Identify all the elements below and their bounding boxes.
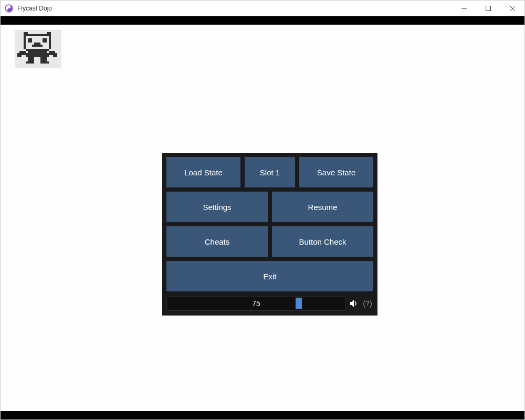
menu-row-cheats-buttoncheck: Cheats Button Check <box>166 226 373 257</box>
exit-button[interactable]: Exit <box>166 261 373 291</box>
maximize-button[interactable] <box>476 1 500 16</box>
window-controls <box>452 1 524 16</box>
svg-rect-22 <box>53 53 57 57</box>
svg-rect-10 <box>49 36 51 49</box>
svg-marker-27 <box>350 300 354 307</box>
svg-rect-16 <box>28 51 47 53</box>
app-window: Flycast Dojo <box>0 0 525 420</box>
save-state-button[interactable]: Save State <box>299 157 373 187</box>
svg-rect-23 <box>28 57 34 61</box>
minimize-button[interactable] <box>452 1 476 16</box>
svg-rect-13 <box>43 38 47 43</box>
content-area: Load State Slot 1 Save State Settings Re… <box>1 16 524 419</box>
menu-row-settings-resume: Settings Resume <box>166 192 373 222</box>
svg-rect-12 <box>28 38 32 43</box>
character-sprite <box>15 30 61 68</box>
game-viewport: Load State Slot 1 Save State Settings Re… <box>1 25 524 411</box>
svg-rect-14 <box>34 43 40 45</box>
load-state-button[interactable]: Load State <box>166 157 240 187</box>
svg-rect-11 <box>26 49 49 51</box>
svg-rect-25 <box>26 61 34 64</box>
svg-rect-18 <box>26 55 49 57</box>
button-check-button[interactable]: Button Check <box>272 226 373 257</box>
menu-row-exit: Exit <box>166 261 373 291</box>
cheats-button[interactable]: Cheats <box>166 226 268 257</box>
resume-button[interactable]: Resume <box>272 192 373 222</box>
svg-rect-26 <box>40 61 49 64</box>
close-button[interactable] <box>500 1 524 16</box>
pause-menu: Load State Slot 1 Save State Settings Re… <box>162 153 377 316</box>
volume-value: 75 <box>167 299 345 308</box>
volume-row: 75 (?) <box>166 296 373 311</box>
titlebar: Flycast Dojo <box>1 1 524 16</box>
svg-rect-9 <box>24 36 26 49</box>
volume-slider-thumb[interactable] <box>296 298 302 309</box>
letterbox-bottom <box>1 411 524 419</box>
slot-button[interactable]: Slot 1 <box>245 157 295 187</box>
svg-rect-24 <box>40 57 47 61</box>
volume-slider[interactable]: 75 <box>166 296 346 311</box>
svg-rect-8 <box>26 34 49 36</box>
settings-button[interactable]: Settings <box>166 192 268 222</box>
window-title: Flycast Dojo <box>17 5 52 12</box>
svg-rect-21 <box>17 53 22 57</box>
letterbox-top <box>1 16 524 25</box>
menu-row-state: Load State Slot 1 Save State <box>166 157 373 187</box>
svg-rect-15 <box>32 45 43 47</box>
app-icon <box>5 4 13 13</box>
svg-rect-2 <box>486 6 491 10</box>
svg-rect-17 <box>26 53 49 55</box>
volume-icon <box>349 299 359 308</box>
help-indicator[interactable]: (?) <box>362 299 373 308</box>
